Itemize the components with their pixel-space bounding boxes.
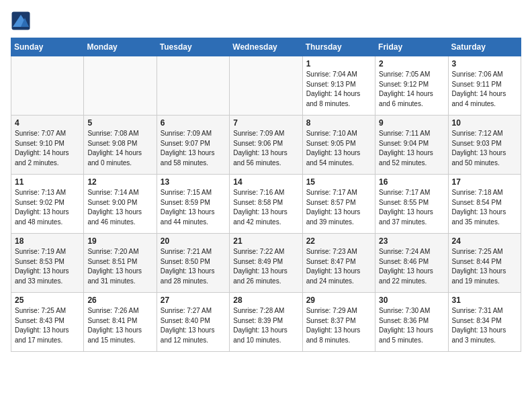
calendar-cell: 19Sunrise: 7:20 AM Sunset: 8:51 PM Dayli…: [84, 234, 157, 293]
calendar-cell: 10Sunrise: 7:12 AM Sunset: 9:03 PM Dayli…: [448, 116, 521, 175]
day-number: 15: [306, 177, 371, 187]
calendar-cell: 15Sunrise: 7:17 AM Sunset: 8:57 PM Dayli…: [302, 175, 375, 234]
day-number: 26: [87, 295, 152, 305]
calendar-cell: 18Sunrise: 7:19 AM Sunset: 8:53 PM Dayli…: [11, 234, 84, 293]
day-info: Sunrise: 7:09 AM Sunset: 9:06 PM Dayligh…: [233, 129, 298, 168]
day-number: 5: [87, 118, 152, 128]
day-info: Sunrise: 7:08 AM Sunset: 9:08 PM Dayligh…: [87, 129, 152, 168]
day-number: 16: [379, 177, 444, 187]
day-number: 25: [15, 295, 80, 305]
day-info: Sunrise: 7:18 AM Sunset: 8:54 PM Dayligh…: [452, 188, 517, 227]
day-info: Sunrise: 7:27 AM Sunset: 8:40 PM Dayligh…: [161, 306, 226, 345]
calendar-cell: 8Sunrise: 7:10 AM Sunset: 9:05 PM Daylig…: [302, 116, 375, 175]
day-number: 12: [87, 177, 152, 187]
day-number: 2: [379, 59, 444, 68]
calendar-cell: 12Sunrise: 7:14 AM Sunset: 9:00 PM Dayli…: [84, 175, 157, 234]
day-number: 6: [161, 118, 226, 128]
day-number: 3: [452, 59, 517, 68]
calendar-cell: 16Sunrise: 7:17 AM Sunset: 8:55 PM Dayli…: [375, 175, 448, 234]
day-info: Sunrise: 7:29 AM Sunset: 8:37 PM Dayligh…: [306, 306, 371, 345]
day-number: 29: [306, 295, 371, 305]
day-info: Sunrise: 7:11 AM Sunset: 9:04 PM Dayligh…: [379, 129, 444, 168]
day-number: 30: [379, 295, 444, 305]
day-info: Sunrise: 7:24 AM Sunset: 8:46 PM Dayligh…: [379, 247, 444, 286]
weekday-header-monday: Monday: [84, 38, 157, 56]
calendar-week-2: 4Sunrise: 7:07 AM Sunset: 9:10 PM Daylig…: [11, 116, 521, 175]
calendar-cell: 11Sunrise: 7:13 AM Sunset: 9:02 PM Dayli…: [11, 175, 84, 234]
calendar-cell: [84, 56, 157, 116]
calendar-cell: 9Sunrise: 7:11 AM Sunset: 9:04 PM Daylig…: [375, 116, 448, 175]
calendar-cell: 24Sunrise: 7:25 AM Sunset: 8:44 PM Dayli…: [448, 234, 521, 293]
calendar-cell: 31Sunrise: 7:31 AM Sunset: 8:34 PM Dayli…: [448, 293, 521, 352]
calendar-cell: 1Sunrise: 7:04 AM Sunset: 9:13 PM Daylig…: [302, 56, 375, 116]
day-number: 20: [161, 236, 226, 246]
calendar-cell: [157, 56, 229, 116]
weekday-header-saturday: Saturday: [448, 38, 521, 56]
day-info: Sunrise: 7:16 AM Sunset: 8:58 PM Dayligh…: [233, 188, 298, 227]
day-info: Sunrise: 7:23 AM Sunset: 8:47 PM Dayligh…: [306, 247, 371, 286]
calendar-table: SundayMondayTuesdayWednesdayThursdayFrid…: [11, 38, 521, 352]
day-number: 31: [452, 295, 517, 305]
day-info: Sunrise: 7:25 AM Sunset: 8:43 PM Dayligh…: [15, 306, 80, 345]
calendar-cell: 27Sunrise: 7:27 AM Sunset: 8:40 PM Dayli…: [157, 293, 229, 352]
day-info: Sunrise: 7:05 AM Sunset: 9:12 PM Dayligh…: [379, 70, 444, 109]
page-header: [11, 11, 521, 31]
day-info: Sunrise: 7:04 AM Sunset: 9:13 PM Dayligh…: [306, 70, 371, 109]
day-info: Sunrise: 7:30 AM Sunset: 8:36 PM Dayligh…: [379, 306, 444, 345]
day-info: Sunrise: 7:20 AM Sunset: 8:51 PM Dayligh…: [87, 247, 152, 286]
calendar-cell: 28Sunrise: 7:28 AM Sunset: 8:39 PM Dayli…: [230, 293, 302, 352]
day-info: Sunrise: 7:28 AM Sunset: 8:39 PM Dayligh…: [233, 306, 298, 345]
calendar-body: 1Sunrise: 7:04 AM Sunset: 9:13 PM Daylig…: [11, 56, 521, 352]
logo-icon: [11, 11, 31, 31]
day-info: Sunrise: 7:26 AM Sunset: 8:41 PM Dayligh…: [87, 306, 152, 345]
day-number: 27: [161, 295, 226, 305]
day-number: 1: [306, 59, 371, 68]
day-number: 22: [306, 236, 371, 246]
calendar-cell: 17Sunrise: 7:18 AM Sunset: 8:54 PM Dayli…: [448, 175, 521, 234]
calendar-cell: 7Sunrise: 7:09 AM Sunset: 9:06 PM Daylig…: [230, 116, 302, 175]
day-info: Sunrise: 7:14 AM Sunset: 9:00 PM Dayligh…: [87, 188, 152, 227]
day-number: 13: [161, 177, 226, 187]
calendar-week-3: 11Sunrise: 7:13 AM Sunset: 9:02 PM Dayli…: [11, 175, 521, 234]
day-info: Sunrise: 7:31 AM Sunset: 8:34 PM Dayligh…: [452, 306, 517, 345]
calendar-cell: [11, 56, 84, 116]
day-info: Sunrise: 7:10 AM Sunset: 9:05 PM Dayligh…: [306, 129, 371, 168]
calendar-cell: [230, 56, 302, 116]
calendar-cell: 22Sunrise: 7:23 AM Sunset: 8:47 PM Dayli…: [302, 234, 375, 293]
day-info: Sunrise: 7:17 AM Sunset: 8:57 PM Dayligh…: [306, 188, 371, 227]
calendar-cell: 23Sunrise: 7:24 AM Sunset: 8:46 PM Dayli…: [375, 234, 448, 293]
day-number: 14: [233, 177, 298, 187]
day-number: 17: [452, 177, 517, 187]
calendar-cell: 29Sunrise: 7:29 AM Sunset: 8:37 PM Dayli…: [302, 293, 375, 352]
weekday-header-thursday: Thursday: [302, 38, 375, 56]
day-info: Sunrise: 7:12 AM Sunset: 9:03 PM Dayligh…: [452, 129, 517, 168]
day-number: 19: [87, 236, 152, 246]
calendar-cell: 26Sunrise: 7:26 AM Sunset: 8:41 PM Dayli…: [84, 293, 157, 352]
day-info: Sunrise: 7:17 AM Sunset: 8:55 PM Dayligh…: [379, 188, 444, 227]
weekday-header-tuesday: Tuesday: [157, 38, 229, 56]
calendar-week-1: 1Sunrise: 7:04 AM Sunset: 9:13 PM Daylig…: [11, 56, 521, 116]
day-info: Sunrise: 7:06 AM Sunset: 9:11 PM Dayligh…: [452, 70, 517, 109]
weekday-header-friday: Friday: [375, 38, 448, 56]
calendar-cell: 6Sunrise: 7:09 AM Sunset: 9:07 PM Daylig…: [157, 116, 229, 175]
weekday-header-sunday: Sunday: [11, 38, 84, 56]
day-info: Sunrise: 7:09 AM Sunset: 9:07 PM Dayligh…: [161, 129, 226, 168]
day-info: Sunrise: 7:13 AM Sunset: 9:02 PM Dayligh…: [15, 188, 80, 227]
day-info: Sunrise: 7:22 AM Sunset: 8:49 PM Dayligh…: [233, 247, 298, 286]
calendar-cell: 4Sunrise: 7:07 AM Sunset: 9:10 PM Daylig…: [11, 116, 84, 175]
day-info: Sunrise: 7:21 AM Sunset: 8:50 PM Dayligh…: [161, 247, 226, 286]
calendar-cell: 30Sunrise: 7:30 AM Sunset: 8:36 PM Dayli…: [375, 293, 448, 352]
day-number: 4: [15, 118, 80, 128]
day-number: 11: [15, 177, 80, 187]
calendar-week-4: 18Sunrise: 7:19 AM Sunset: 8:53 PM Dayli…: [11, 234, 521, 293]
calendar-week-5: 25Sunrise: 7:25 AM Sunset: 8:43 PM Dayli…: [11, 293, 521, 352]
day-number: 10: [452, 118, 517, 128]
day-info: Sunrise: 7:15 AM Sunset: 8:59 PM Dayligh…: [161, 188, 226, 227]
calendar-cell: 21Sunrise: 7:22 AM Sunset: 8:49 PM Dayli…: [230, 234, 302, 293]
day-info: Sunrise: 7:19 AM Sunset: 8:53 PM Dayligh…: [15, 247, 80, 286]
calendar-cell: 3Sunrise: 7:06 AM Sunset: 9:11 PM Daylig…: [448, 56, 521, 116]
day-number: 23: [379, 236, 444, 246]
weekday-header-wednesday: Wednesday: [230, 38, 302, 56]
day-number: 8: [306, 118, 371, 128]
day-number: 24: [452, 236, 517, 246]
